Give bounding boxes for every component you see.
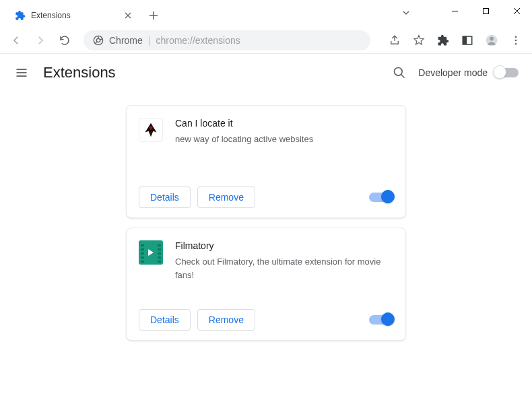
forward-button xyxy=(30,30,51,51)
menu-hamburger-icon[interactable] xyxy=(13,65,30,81)
svg-point-9 xyxy=(515,42,517,44)
extension-card: Can I locate it new way of locating acti… xyxy=(126,105,406,218)
svg-point-6 xyxy=(490,36,494,40)
bookmark-star-icon[interactable] xyxy=(408,30,430,51)
tab-search-icon[interactable] xyxy=(401,8,411,18)
address-path: chrome://extensions xyxy=(156,35,240,46)
svg-point-10 xyxy=(395,68,403,76)
close-tab-icon[interactable] xyxy=(123,10,133,21)
extension-enable-toggle[interactable] xyxy=(369,193,393,202)
remove-button[interactable]: Remove xyxy=(197,187,255,208)
details-button[interactable]: Details xyxy=(139,187,191,208)
svg-rect-0 xyxy=(483,8,488,13)
remove-button[interactable]: Remove xyxy=(197,309,255,331)
new-tab-button[interactable] xyxy=(144,6,163,25)
extension-description: Check out Filmatory, the ultimate extens… xyxy=(175,255,393,281)
browser-tab[interactable]: Extensions xyxy=(7,4,141,27)
window-controls xyxy=(439,0,532,22)
developer-mode-label: Developer mode xyxy=(418,67,488,78)
extension-name: Filmatory xyxy=(175,240,393,251)
svg-point-8 xyxy=(515,39,517,41)
address-scheme: Chrome xyxy=(109,35,143,46)
kebab-menu-icon[interactable] xyxy=(505,30,527,51)
reload-button[interactable] xyxy=(54,30,75,51)
address-separator: | xyxy=(148,35,151,46)
eagle-icon xyxy=(139,118,163,142)
details-button[interactable]: Details xyxy=(139,309,191,331)
extension-puzzle-icon xyxy=(15,10,26,21)
extensions-puzzle-icon[interactable] xyxy=(432,30,454,51)
extension-name: Can I locate it xyxy=(175,118,393,129)
back-button[interactable] xyxy=(5,30,27,51)
maximize-button[interactable] xyxy=(470,0,501,22)
side-panel-icon[interactable] xyxy=(457,30,478,51)
tab-title: Extensions xyxy=(31,11,71,20)
titlebar: Extensions xyxy=(0,0,532,27)
extensions-header: Extensions Developer mode xyxy=(0,54,532,92)
profile-avatar-icon[interactable] xyxy=(481,30,502,51)
film-icon xyxy=(139,240,163,265)
minimize-button[interactable] xyxy=(439,0,470,22)
extension-enable-toggle[interactable] xyxy=(369,315,393,325)
share-icon[interactable] xyxy=(384,30,405,51)
chrome-logo-icon xyxy=(93,35,104,46)
svg-rect-4 xyxy=(463,36,467,44)
address-bar-row: Chrome | chrome://extensions xyxy=(0,27,532,54)
close-window-button[interactable] xyxy=(501,0,532,22)
developer-mode-toggle[interactable] xyxy=(494,68,519,77)
extensions-list: Can I locate it new way of locating acti… xyxy=(0,92,532,354)
address-bar[interactable]: Chrome | chrome://extensions xyxy=(84,30,370,50)
svg-point-7 xyxy=(515,36,517,38)
toolbar-right xyxy=(378,30,527,51)
extension-card: Filmatory Check out Filmatory, the ultim… xyxy=(126,228,406,341)
extension-description: new way of locating active websites xyxy=(175,133,393,146)
page-title: Extensions xyxy=(43,64,116,81)
search-icon[interactable] xyxy=(387,61,411,85)
